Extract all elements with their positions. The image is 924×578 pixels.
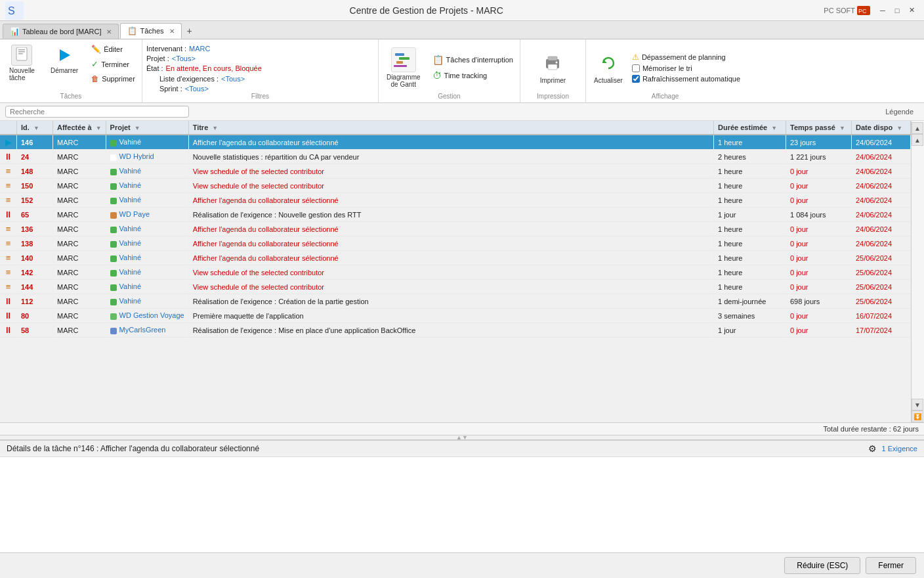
row-projet[interactable]: Vahiné: [106, 179, 188, 193]
table-row[interactable]: ⏸ 80 MARC WD Gestion Voyage Première maq…: [0, 309, 911, 323]
imprimer-button[interactable]: Imprimer: [536, 48, 570, 87]
row-projet[interactable]: Vahiné: [106, 135, 188, 150]
table-row[interactable]: ≡ 148 MARC Vahiné View schedule of the s…: [0, 164, 911, 179]
row-projet[interactable]: Vahiné: [106, 265, 188, 280]
tab-taches[interactable]: 📋 Tâches ✕: [120, 23, 181, 39]
col-id[interactable]: Id. ▼: [17, 121, 53, 135]
row-affectee: MARC: [53, 251, 106, 265]
demarrer-label: Démarrer: [51, 67, 78, 74]
table-row[interactable]: ⏸ 58 MARC MyCarlsGreen Réalisation de l'…: [0, 323, 911, 338]
row-projet[interactable]: WD Gestion Voyage: [106, 309, 188, 323]
col-duree[interactable]: Durée estimée ▼: [714, 121, 786, 135]
demarrer-button[interactable]: Démarrer: [45, 42, 83, 77]
memoriser-tri-checkbox[interactable]: [632, 64, 640, 72]
etat-value[interactable]: En attente, En cours, Bloquée: [166, 64, 262, 72]
diagramme-gantt-button[interactable]: Diagrammede Gantt: [383, 45, 425, 91]
resize-handle[interactable]: ▲▼: [0, 435, 924, 440]
table-row[interactable]: ≡ 150 MARC Vahiné View schedule of the s…: [0, 179, 911, 193]
time-tracking-button[interactable]: ⏱ Time tracking: [430, 69, 516, 82]
reduire-button[interactable]: Réduire (ESC): [784, 557, 860, 574]
taches-interruption-button[interactable]: 📋 Tâches d'interruption: [430, 53, 516, 66]
tab-tableau-bord[interactable]: 📊 Tableau de bord [MARC] ✕: [3, 24, 119, 39]
row-temps: 698 jours: [786, 294, 852, 309]
close-button[interactable]: ✕: [904, 5, 919, 16]
fermer-button[interactable]: Fermer: [866, 557, 916, 574]
liste-exigences-value[interactable]: <Tous>: [221, 75, 245, 83]
row-titre: Première maquette de l'application: [188, 309, 713, 323]
row-projet[interactable]: WD Paye: [106, 208, 188, 222]
svg-rect-11: [396, 61, 403, 64]
terminer-button[interactable]: ✓ Terminer: [89, 58, 138, 70]
svg-rect-14: [548, 56, 557, 60]
vendor-logo: PC SOFT PC: [824, 6, 870, 15]
rafraichissement-auto-checkbox[interactable]: [632, 75, 640, 83]
row-status-icon: ≡: [0, 179, 17, 193]
row-projet[interactable]: MyCarlsGreen: [106, 323, 188, 338]
nouvelle-tache-button[interactable]: Nouvelletâche: [4, 42, 40, 84]
toolbar-group-gestion: Diagrammede Gantt 📋 Tâches d'interruptio…: [379, 39, 520, 102]
scroll-down-button[interactable]: ▼: [912, 399, 923, 411]
actualiser-button[interactable]: Actualiser: [590, 48, 627, 87]
minimize-button[interactable]: ─: [875, 5, 890, 16]
supprimer-button[interactable]: 🗑 Supprimer: [89, 73, 138, 85]
row-projet[interactable]: Vahiné: [106, 193, 188, 208]
col-titre[interactable]: Titre ▼: [188, 121, 713, 135]
scroll-top-button[interactable]: ▲: [912, 122, 923, 134]
tab-tableau-close[interactable]: ✕: [106, 28, 112, 35]
row-projet[interactable]: Vahiné: [106, 280, 188, 294]
editer-button[interactable]: ✏️ Éditer: [89, 43, 138, 55]
table-row[interactable]: ≡ 140 MARC Vahiné Afficher l'agenda du c…: [0, 251, 911, 265]
tab-taches-close[interactable]: ✕: [169, 28, 175, 35]
table-row[interactable]: ⏸ 112 MARC Vahiné Réalisation de l'exige…: [0, 294, 911, 309]
group-filtres-label: Filtres: [146, 93, 374, 100]
legende-button[interactable]: Légende: [885, 108, 914, 116]
row-id: 136: [17, 222, 53, 236]
tab-tableau-icon: 📊: [10, 27, 20, 36]
table-row[interactable]: ▶ 146 MARC Vahiné Afficher l'agenda du c…: [0, 135, 911, 150]
table-row[interactable]: ≡ 138 MARC Vahiné Afficher l'agenda du c…: [0, 236, 911, 251]
settings-icon[interactable]: ⚙: [868, 443, 877, 454]
row-temps: 0 jour: [786, 251, 852, 265]
row-titre: Afficher l'agenda du collaborateur sélec…: [188, 222, 713, 236]
table-row[interactable]: ≡ 136 MARC Vahiné Afficher l'agenda du c…: [0, 222, 911, 236]
col-temps[interactable]: Temps passé ▼: [786, 121, 852, 135]
intervenant-value[interactable]: MARC: [189, 45, 210, 53]
col-affectee[interactable]: Affectée à ▼: [53, 121, 106, 135]
table-row[interactable]: ≡ 144 MARC Vahiné View schedule of the s…: [0, 280, 911, 294]
row-id: 148: [17, 164, 53, 179]
liste-exigences-label: Liste d'exigences :: [159, 75, 219, 83]
col-projet[interactable]: Projet ▼: [106, 121, 188, 135]
sprint-value[interactable]: <Tous>: [185, 85, 209, 93]
exigence-link[interactable]: 1 Exigence: [882, 445, 917, 453]
row-projet[interactable]: Vahiné: [106, 294, 188, 309]
row-duree: 1 heure: [714, 164, 786, 179]
row-projet[interactable]: Vahiné: [106, 222, 188, 236]
row-projet[interactable]: Vahiné: [106, 236, 188, 251]
add-tab-button[interactable]: +: [183, 23, 196, 39]
row-id: 140: [17, 251, 53, 265]
detail-title: Détails de la tâche n°146 : Afficher l'a…: [7, 444, 259, 453]
toolbar-group-affichage: Actualiser ⚠ Dépassement de planning Mém…: [586, 39, 744, 102]
scroll-bottom-button[interactable]: ⏬: [912, 411, 923, 422]
search-input[interactable]: [5, 106, 189, 118]
clock-icon: ⏱: [432, 70, 442, 81]
row-titre: View schedule of the selected contributo…: [188, 164, 713, 179]
restore-button[interactable]: □: [890, 5, 904, 16]
col-date[interactable]: Date dispo ▼: [852, 121, 911, 135]
etat-label: État :: [146, 64, 163, 72]
table-header-row: Id. ▼ Affectée à ▼ Projet ▼ Titre ▼ Duré…: [0, 121, 911, 135]
row-projet[interactable]: WD Hybrid: [106, 150, 188, 164]
scroll-up-button[interactable]: ▲: [912, 134, 923, 146]
projet-filter-value[interactable]: <Tous>: [172, 55, 196, 62]
row-projet[interactable]: Vahiné: [106, 251, 188, 265]
row-temps: 0 jour: [786, 236, 852, 251]
table-row[interactable]: ⏸ 24 MARC WD Hybrid Nouvelle statistique…: [0, 150, 911, 164]
terminer-icon: ✓: [91, 59, 98, 69]
table-row[interactable]: ⏸ 65 MARC WD Paye Réalisation de l'exige…: [0, 208, 911, 222]
row-projet[interactable]: Vahiné: [106, 164, 188, 179]
row-date: 25/06/2024: [852, 280, 911, 294]
detail-area: Détails de la tâche n°146 : Afficher l'a…: [0, 440, 924, 552]
table-row[interactable]: ≡ 152 MARC Vahiné Afficher l'agenda du c…: [0, 193, 911, 208]
table-row[interactable]: ≡ 142 MARC Vahiné View schedule of the s…: [0, 265, 911, 280]
detail-header: Détails de la tâche n°146 : Afficher l'a…: [0, 441, 924, 457]
